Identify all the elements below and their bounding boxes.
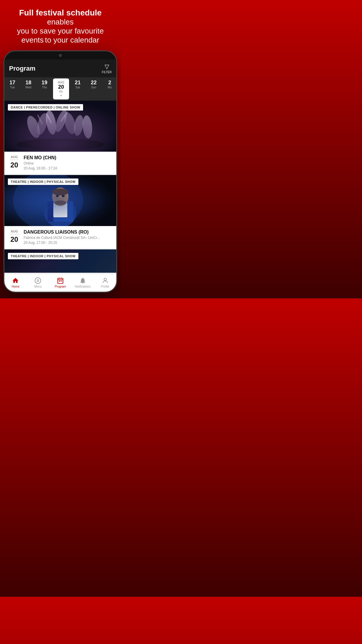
event-2-date: AUG 20 xyxy=(8,230,20,245)
svg-point-7 xyxy=(82,115,93,139)
svg-point-1 xyxy=(24,114,42,139)
svg-rect-19 xyxy=(52,192,68,203)
event-1-details: FEN MO (CHN) Online 20 Aug, 16:00 - 17:2… xyxy=(24,155,112,170)
nav-menu-label: Menu xyxy=(34,285,42,288)
date-item-21[interactable]: 21 Sat xyxy=(70,77,86,101)
event-2-name: DANGEROUS LIAISONS (RO) xyxy=(24,230,112,235)
event-2-info: AUG 20 DANGEROUS LIAISONS (RO) Fabrica d… xyxy=(4,226,116,248)
event-1-info: AUG 20 FEN MO (CHN) Online 20 Aug, 16:00… xyxy=(4,152,116,174)
bottom-navigation: Home Menu xyxy=(4,274,116,292)
home-icon xyxy=(12,277,19,284)
event-card-2[interactable]: THEATRE | INDOOR | PHYSICAL SHOW AUG 20 … xyxy=(4,175,116,248)
nav-notifications[interactable]: Notifications xyxy=(71,274,94,292)
bell-icon xyxy=(79,277,86,284)
nav-home-label: Home xyxy=(12,285,20,288)
hero-normal: enables xyxy=(47,18,73,26)
svg-point-20 xyxy=(52,188,68,195)
event-2-time: 20 Aug, 17:00 - 20:15 xyxy=(24,241,112,245)
date-item-19[interactable]: 19 Thu xyxy=(36,77,52,101)
nav-menu[interactable]: Menu xyxy=(27,274,49,292)
svg-point-6 xyxy=(73,114,85,136)
nav-program[interactable]: Program xyxy=(49,274,72,292)
svg-rect-16 xyxy=(48,201,53,222)
hero-line3: to your calendar xyxy=(45,36,99,44)
phone-notch xyxy=(4,51,116,60)
filter-label: FILTER xyxy=(102,71,112,74)
date-item-20-active[interactable]: Aug 20 Fri ▼ xyxy=(53,78,69,99)
event-1-date: AUG 20 xyxy=(8,155,20,170)
app-screen: Program ▽ FILTER 17 Tue 18 Wed 19 Thu xyxy=(4,60,116,292)
svg-point-18 xyxy=(52,188,68,206)
event-card-1[interactable]: DANCE | PRERECORDED | ONLINE SHOW AUG 20… xyxy=(4,101,116,174)
app-title: Program xyxy=(9,65,35,72)
nav-program-label: Program xyxy=(55,285,66,288)
svg-point-22 xyxy=(56,195,59,197)
nav-notifications-label: Notifications xyxy=(75,285,91,288)
menu-icon xyxy=(34,277,41,284)
svg-point-11 xyxy=(17,139,104,150)
svg-rect-33 xyxy=(61,281,62,281)
filter-button[interactable]: ▽ FILTER xyxy=(102,63,112,74)
event-1-venue: Online xyxy=(24,161,112,165)
event-3-badge: THEATRE | INDOOR | PHYSICAL SHOW xyxy=(8,253,78,259)
events-list: DANCE | PRERECORDED | ONLINE SHOW AUG 20… xyxy=(4,101,116,274)
svg-rect-17 xyxy=(53,203,67,217)
phone-frame: Program ▽ FILTER 17 Tue 18 Wed 19 Thu xyxy=(3,50,117,293)
nav-profile[interactable]: Profile xyxy=(94,274,116,292)
svg-line-10 xyxy=(38,115,42,124)
svg-point-21 xyxy=(55,200,66,205)
event-2-details: DANGEROUS LIAISONS (RO) Fabrica de Cultu… xyxy=(24,230,112,245)
person-icon xyxy=(102,277,109,284)
svg-point-34 xyxy=(104,278,106,281)
nav-profile-label: Profile xyxy=(101,285,109,288)
date-item-22[interactable]: 22 Sun xyxy=(86,77,102,101)
svg-rect-32 xyxy=(59,281,60,281)
filter-icon: ▽ xyxy=(105,63,109,70)
svg-point-14 xyxy=(44,198,76,226)
event-2-badge: THEATRE | INDOOR | PHYSICAL SHOW xyxy=(8,178,78,185)
nav-home[interactable]: Home xyxy=(4,274,27,292)
date-item-18[interactable]: 18 Wed xyxy=(20,77,36,101)
date-item-17[interactable]: 17 Tue xyxy=(4,77,20,101)
event-3-image-container: THEATRE | INDOOR | PHYSICAL SHOW xyxy=(4,249,116,273)
event-1-time: 20 Aug, 16:00 - 17:24 xyxy=(24,166,112,170)
event-1-image-container: DANCE | PRERECORDED | ONLINE SHOW xyxy=(4,101,116,152)
date-navigation: 17 Tue 18 Wed 19 Thu Aug 20 Fri ▼ 21 xyxy=(4,77,116,101)
svg-rect-15 xyxy=(48,201,73,222)
date-item-23[interactable]: 2 Mo xyxy=(102,77,116,101)
date-arrow-down: ▼ xyxy=(60,94,63,97)
hero-bold: Full festival schedule xyxy=(19,8,101,17)
event-2-image-container: THEATRE | INDOOR | PHYSICAL SHOW xyxy=(4,175,116,226)
hero-section: Full festival schedule enables you to sa… xyxy=(0,0,121,50)
svg-point-23 xyxy=(62,195,65,197)
event-1-badge: DANCE | PRERECORDED | ONLINE SHOW xyxy=(8,104,83,111)
app-header: Program ▽ FILTER xyxy=(4,60,116,77)
svg-rect-28 xyxy=(58,278,63,284)
event-1-name: FEN MO (CHN) xyxy=(24,155,112,160)
event-card-3[interactable]: THEATRE | INDOOR | PHYSICAL SHOW xyxy=(4,249,116,273)
event-2-venue: Fabrica de Cultură IACM Construcții SA– … xyxy=(24,236,112,240)
calendar-icon xyxy=(57,277,64,284)
phone-camera xyxy=(59,54,62,57)
